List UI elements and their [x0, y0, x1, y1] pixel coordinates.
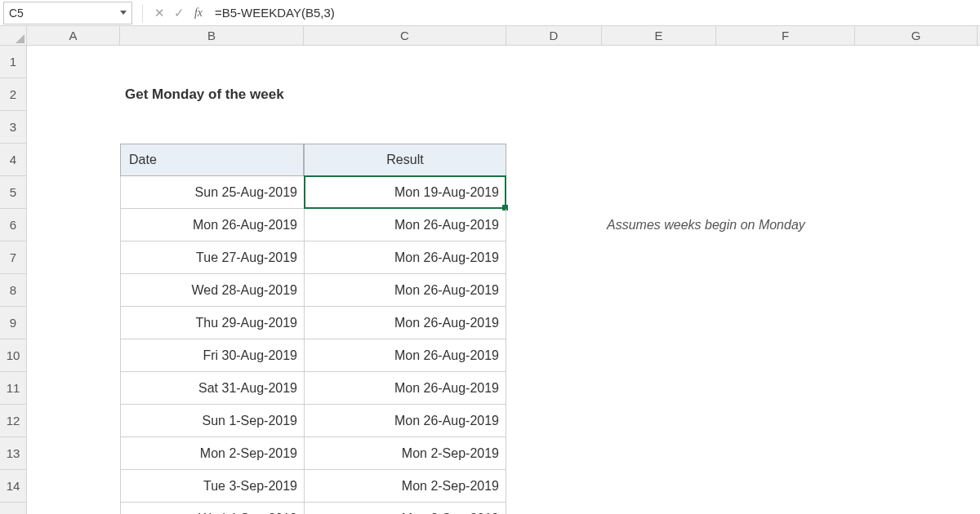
cell-C7[interactable]: Mon 26-Aug-2019: [304, 241, 506, 274]
formula-bar: C5 ✕ ✓ fx =B5-WEEKDAY(B5,3): [0, 0, 980, 26]
col-header-C[interactable]: C: [304, 26, 506, 45]
cell-C15[interactable]: Mon 2-Sep-2019: [304, 503, 506, 514]
chevron-down-icon[interactable]: [120, 11, 127, 15]
row-header-14[interactable]: 14: [0, 470, 27, 503]
name-box[interactable]: C5: [3, 2, 132, 24]
cell-A8[interactable]: [27, 274, 120, 307]
fx-icon[interactable]: fx: [189, 7, 208, 20]
cell-C6[interactable]: Mon 26-Aug-2019: [304, 209, 506, 241]
cell-C11[interactable]: Mon 26-Aug-2019: [304, 372, 506, 405]
cell-B5[interactable]: Sun 25-Aug-2019: [120, 176, 304, 209]
cancel-icon[interactable]: ✕: [149, 6, 169, 20]
cell-B15[interactable]: Wed 4-Sep-2019: [120, 503, 304, 514]
spreadsheet-grid: A B C D E F G 1 2 Get Monday of the week…: [0, 26, 980, 514]
cell-D6[interactable]: [506, 209, 602, 241]
select-all-corner[interactable]: [0, 26, 27, 46]
cell-A12[interactable]: [27, 405, 120, 437]
cell-A2[interactable]: [27, 78, 120, 111]
name-box-value: C5: [9, 7, 120, 20]
divider: [142, 4, 143, 22]
cell-B9[interactable]: Thu 29-Aug-2019: [120, 307, 304, 339]
cell-A14[interactable]: [27, 470, 120, 503]
col-header-E[interactable]: E: [602, 26, 716, 45]
cell-C13[interactable]: Mon 2-Sep-2019: [304, 437, 506, 470]
cell-C8[interactable]: Mon 26-Aug-2019: [304, 274, 506, 307]
cell-A7[interactable]: [27, 241, 120, 274]
row-header-4[interactable]: 4: [0, 144, 27, 176]
row-header-3[interactable]: 3: [0, 111, 27, 144]
cell-E6-note[interactable]: Assumes weeks begin on Monday: [602, 209, 810, 241]
cell-A11[interactable]: [27, 372, 120, 405]
cell-B8[interactable]: Wed 28-Aug-2019: [120, 274, 304, 307]
row-header-12[interactable]: 12: [0, 405, 27, 437]
row-header-7[interactable]: 7: [0, 241, 27, 274]
cell-A13[interactable]: [27, 437, 120, 470]
col-header-D[interactable]: D: [506, 26, 602, 45]
cell-B6[interactable]: Mon 26-Aug-2019: [120, 209, 304, 241]
formula-input[interactable]: =B5-WEEKDAY(B5,3): [208, 6, 980, 20]
row-header-9[interactable]: 9: [0, 307, 27, 339]
cell-B10[interactable]: Fri 30-Aug-2019: [120, 339, 304, 372]
col-header-A[interactable]: A: [27, 26, 120, 45]
cell-A4[interactable]: [27, 144, 120, 176]
cell-A10[interactable]: [27, 339, 120, 372]
cell-B4-header[interactable]: Date: [120, 144, 304, 176]
enter-icon[interactable]: ✓: [169, 6, 189, 20]
col-header-F[interactable]: F: [716, 26, 855, 45]
row-header-11[interactable]: 11: [0, 372, 27, 405]
cell-C9[interactable]: Mon 26-Aug-2019: [304, 307, 506, 339]
row-header-15[interactable]: 15: [0, 503, 27, 514]
col-header-G[interactable]: G: [855, 26, 978, 45]
cell-C10[interactable]: Mon 26-Aug-2019: [304, 339, 506, 372]
row-header-10[interactable]: 10: [0, 339, 27, 372]
row-header-13[interactable]: 13: [0, 437, 27, 470]
col-header-B[interactable]: B: [120, 26, 304, 45]
cell-C14[interactable]: Mon 2-Sep-2019: [304, 470, 506, 503]
cell-A3[interactable]: [27, 111, 120, 144]
cell-B14[interactable]: Tue 3-Sep-2019: [120, 470, 304, 503]
cell-A1[interactable]: [27, 46, 120, 78]
cell-B12[interactable]: Sun 1-Sep-2019: [120, 405, 304, 437]
cell-B7[interactable]: Tue 27-Aug-2019: [120, 241, 304, 274]
cell-C5[interactable]: Mon 19-Aug-2019: [304, 176, 506, 209]
row-header-5[interactable]: 5: [0, 176, 27, 209]
cell-B2-title[interactable]: Get Monday of the week: [120, 78, 289, 111]
cell-A9[interactable]: [27, 307, 120, 339]
cell-A6[interactable]: [27, 209, 120, 241]
cell-C4-header[interactable]: Result: [304, 144, 506, 176]
column-headers: A B C D E F G: [27, 26, 980, 46]
cell-A5[interactable]: [27, 176, 120, 209]
cell-C12[interactable]: Mon 26-Aug-2019: [304, 405, 506, 437]
row-header-1[interactable]: 1: [0, 46, 27, 78]
cell-B13[interactable]: Mon 2-Sep-2019: [120, 437, 304, 470]
row-header-8[interactable]: 8: [0, 274, 27, 307]
row-header-6[interactable]: 6: [0, 209, 27, 241]
cell-A15[interactable]: [27, 503, 120, 514]
row-header-2[interactable]: 2: [0, 78, 27, 111]
cell-B11[interactable]: Sat 31-Aug-2019: [120, 372, 304, 405]
